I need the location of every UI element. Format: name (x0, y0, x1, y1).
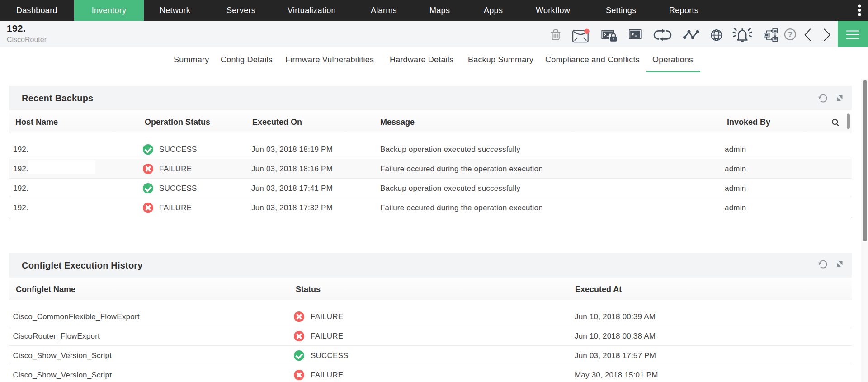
svg-text:?: ? (788, 30, 793, 39)
